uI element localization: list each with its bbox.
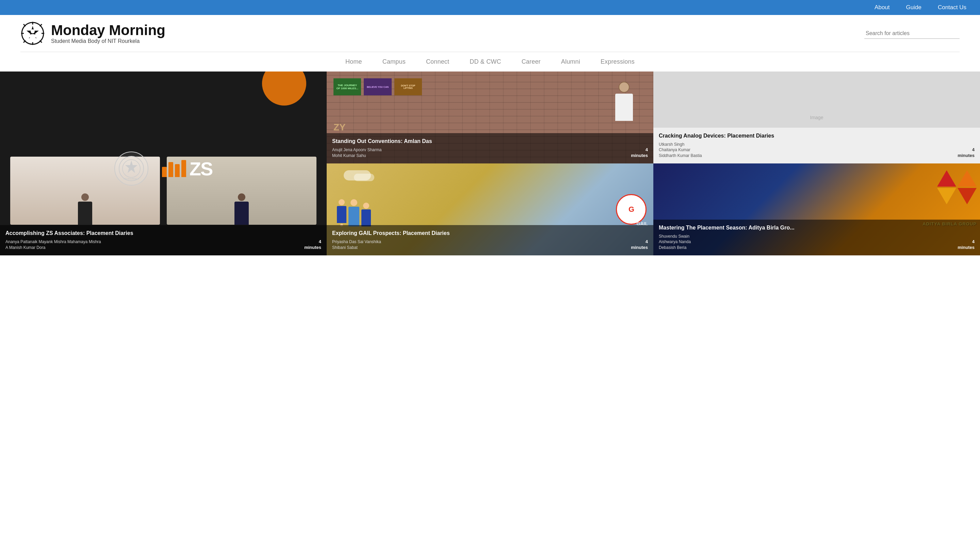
card-standing-meta: Anujit Jena Apoorv Sharma Mohit Kumar Sa… — [332, 147, 648, 159]
nav-alumni[interactable]: Alumni — [561, 58, 580, 65]
contact-link[interactable]: Contact Us — [938, 4, 966, 11]
card-aditya-title: Mastering The Placement Season: Aditya B… — [659, 224, 975, 231]
card-aditya-time: 4 minutes — [958, 239, 975, 251]
card-analog-meta: Utkarsh Singh Chaitanya Kumar Siddharth … — [659, 142, 975, 159]
card-gail-time: 4 minutes — [631, 239, 648, 251]
nav-career[interactable]: Career — [522, 58, 541, 65]
card-analog-overlay: Cracking Analog Devices: Placement Diari… — [653, 128, 980, 163]
svg-marker-13 — [125, 160, 137, 173]
top-bar: About Guide Contact Us — [0, 0, 980, 15]
card-standing-overlay: Standing Out Conventions: Amlan Das Anuj… — [327, 133, 653, 163]
card-analog-devices[interactable]: Image Cracking Analog Devices: Placement… — [653, 72, 980, 163]
search-box — [864, 28, 959, 39]
svg-line-6 — [40, 40, 42, 43]
header-title: Monday Morning Student Media Body of NIT… — [51, 22, 165, 44]
card-large-title: Accomplishing ZS Associates: Placement D… — [5, 230, 321, 237]
main-nav: Home Campus Connect DD & CWC Career Alum… — [0, 52, 980, 72]
card-gail-authors: Priyasha Das Sai Vanshika Shibani Sabat — [332, 239, 381, 251]
card-aditya-overlay: Mastering The Placement Season: Aditya B… — [653, 220, 980, 255]
nit-seal-icon: NIT ROURKELA — [118, 155, 145, 182]
svg-text:NIT ROURKELA: NIT ROURKELA — [124, 178, 139, 180]
card-aditya-birla[interactable]: ADITYA BIRLA GROUP Mastering The Placeme… — [653, 163, 980, 255]
card-large-authors: Ananya Pattanaik Mayank Mishra Mahamaya … — [5, 239, 101, 251]
card-large-meta: Ananya Pattanaik Mayank Mishra Mahamaya … — [5, 239, 321, 251]
orange-decoration — [262, 72, 306, 105]
about-link[interactable]: About — [875, 4, 889, 11]
site-logo-icon[interactable] — [21, 21, 45, 46]
card-analog-title: Cracking Analog Devices: Placement Diari… — [659, 133, 975, 140]
header: Monday Morning Student Media Body of NIT… — [0, 15, 980, 52]
nav-campus[interactable]: Campus — [382, 58, 406, 65]
card-standing-time: 4 minutes — [631, 147, 648, 159]
card-gail-meta: Priyasha Das Sai Vanshika Shibani Sabat … — [332, 239, 648, 251]
card-aditya-authors: Shuvendu Swain Aishwarya Nanda Debasish … — [659, 233, 691, 251]
card-standing-out[interactable]: THE JOURNEY OF 1000 MILES... BELIEVE YOU… — [327, 72, 653, 163]
svg-line-7 — [40, 24, 42, 26]
header-left: Monday Morning Student Media Body of NIT… — [21, 21, 165, 46]
content-grid: NIT ROURKELA ZS — [0, 72, 980, 255]
card-gail-title: Exploring GAIL Prospects: Placement Diar… — [332, 230, 648, 237]
nav-ddcwc[interactable]: DD & CWC — [469, 58, 501, 65]
svg-point-10 — [30, 29, 35, 34]
card-large-time: 4 minutes — [304, 239, 321, 251]
card-standing-authors: Anujit Jena Apoorv Sharma Mohit Kumar Sa… — [332, 147, 382, 159]
card-analog-authors: Utkarsh Singh Chaitanya Kumar Siddharth … — [659, 142, 702, 159]
card-aditya-meta: Shuvendu Swain Aishwarya Nanda Debasish … — [659, 233, 975, 251]
card-gail-overlay: Exploring GAIL Prospects: Placement Diar… — [327, 225, 653, 255]
card-large-overlay: Accomplishing ZS Associates: Placement D… — [0, 225, 327, 255]
nav-expressions[interactable]: Expressions — [601, 58, 635, 65]
card-zs-associates[interactable]: NIT ROURKELA ZS — [0, 72, 327, 255]
card-analog-time: 4 minutes — [958, 147, 975, 159]
card-gail[interactable]: G GAIL — [327, 163, 653, 255]
nav-home[interactable]: Home — [345, 58, 362, 65]
site-subtitle: Student Media Body of NIT Rourkela — [51, 38, 165, 44]
guide-link[interactable]: Guide — [906, 4, 921, 11]
search-input[interactable] — [864, 28, 959, 39]
site-name: Monday Morning — [51, 22, 165, 38]
svg-line-5 — [24, 24, 25, 26]
card-standing-title: Standing Out Conventions: Amlan Das — [332, 138, 648, 145]
nav-connect[interactable]: Connect — [426, 58, 449, 65]
svg-line-8 — [24, 40, 25, 43]
